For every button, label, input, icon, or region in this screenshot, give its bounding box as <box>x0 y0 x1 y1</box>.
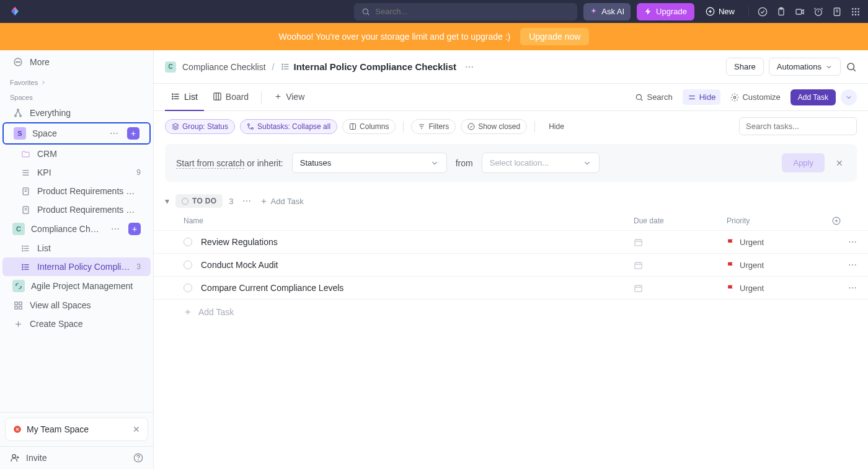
sidebar-compliance[interactable]: C Compliance Checklist ⋯ + <box>2 219 151 239</box>
group-chip[interactable]: Group: Status <box>165 119 235 134</box>
breadcrumb-parent[interactable]: Compliance Checklist <box>182 62 266 72</box>
filter-icon <box>418 123 425 130</box>
sparkle-icon <box>590 7 598 16</box>
tab-list[interactable]: List <box>165 84 204 111</box>
task-status-circle[interactable] <box>184 238 192 246</box>
subtasks-chip[interactable]: Subtasks: Collapse all <box>240 119 337 134</box>
add-task-button[interactable]: Add Task <box>790 89 836 105</box>
svg-point-49 <box>22 250 22 251</box>
task-due-date[interactable] <box>634 284 727 293</box>
svg-point-30 <box>17 109 19 111</box>
add-view-button[interactable]: View <box>268 84 311 111</box>
document-icon[interactable] <box>832 7 842 17</box>
sidebar-item-prd2[interactable]: Product Requirements Doc <box>2 200 151 219</box>
filters-chip[interactable]: Filters <box>411 119 456 134</box>
help-icon[interactable] <box>133 453 143 463</box>
search-toggle[interactable]: Search <box>630 89 677 105</box>
task-menu[interactable]: ⋯ <box>832 237 857 247</box>
clipboard-icon[interactable] <box>776 7 786 17</box>
ask-ai-button[interactable]: Ask AI <box>583 3 631 20</box>
compliance-menu[interactable]: ⋯ <box>108 224 122 234</box>
inherit-type-select[interactable]: Statuses <box>292 153 447 173</box>
spaces-heading[interactable]: Spaces <box>0 89 153 104</box>
task-name[interactable]: Conduct Mock Audit <box>201 260 634 270</box>
sidebar-more[interactable]: More <box>2 53 151 71</box>
team-space-card[interactable]: My Team Space ✕ <box>5 418 148 441</box>
sidebar-view-all[interactable]: View all Spaces <box>2 296 151 315</box>
hide-chip[interactable]: Hide <box>542 120 570 133</box>
svg-rect-59 <box>19 306 21 308</box>
sidebar-list[interactable]: List <box>2 239 151 257</box>
sidebar-internal-policy[interactable]: Internal Policy Compli… 3 <box>2 257 151 276</box>
sidebar-everything[interactable]: Everything <box>2 104 151 122</box>
space-menu[interactable]: ⋯ <box>107 128 121 138</box>
search-icon-button[interactable] <box>846 61 857 73</box>
space-badge: S <box>14 127 26 140</box>
check-circle-icon[interactable] <box>758 7 768 17</box>
show-closed-chip[interactable]: Show closed <box>461 119 527 134</box>
task-menu[interactable]: ⋯ <box>832 260 857 270</box>
svg-point-81 <box>172 94 173 94</box>
sidebar-invite[interactable]: Invite <box>0 446 153 469</box>
apps-grid-icon[interactable] <box>851 7 861 17</box>
customize-button[interactable]: Customize <box>725 89 785 105</box>
task-priority[interactable]: Urgent <box>727 261 832 270</box>
add-task-dropdown[interactable] <box>841 89 857 105</box>
svg-point-95 <box>248 123 250 125</box>
col-name[interactable]: Name <box>184 217 634 225</box>
list-icon <box>171 92 180 101</box>
task-row[interactable]: Compare Current Compliance Levels Urgent… <box>154 277 868 300</box>
task-status-circle[interactable] <box>184 284 192 292</box>
search-tasks-input[interactable] <box>739 117 857 135</box>
app-logo[interactable] <box>7 4 22 19</box>
compliance-add-button[interactable]: + <box>128 223 141 235</box>
title-menu[interactable]: ⋯ <box>463 62 476 72</box>
inherit-location-select[interactable]: Select location... <box>482 153 600 173</box>
sidebar-create-space[interactable]: Create Space <box>2 315 151 333</box>
task-name[interactable]: Review Regulations <box>201 237 634 247</box>
global-search[interactable] <box>354 3 577 20</box>
close-icon[interactable]: ✕ <box>833 156 846 171</box>
sidebar-space[interactable]: S Space ⋯ + <box>4 123 149 143</box>
close-icon[interactable]: ✕ <box>133 424 140 434</box>
group-menu[interactable]: ⋯ <box>240 196 254 206</box>
new-button[interactable]: New <box>701 3 740 20</box>
sidebar-item-kpi[interactable]: KPI 9 <box>2 163 151 182</box>
sidebar-agile[interactable]: Agile Project Management <box>2 276 151 296</box>
task-menu[interactable]: ⋯ <box>832 283 857 293</box>
upgrade-now-button[interactable]: Upgrade now <box>520 28 589 45</box>
task-status-circle[interactable] <box>184 261 192 269</box>
task-row[interactable]: Conduct Mock Audit Urgent ⋯ <box>154 254 868 277</box>
task-due-date[interactable] <box>634 261 727 270</box>
task-priority[interactable]: Urgent <box>727 284 832 293</box>
columns-chip[interactable]: Columns <box>342 119 396 134</box>
task-row[interactable]: Review Regulations Urgent ⋯ <box>154 231 868 254</box>
group-add-task[interactable]: Add Task <box>260 197 304 206</box>
task-name[interactable]: Compare Current Compliance Levels <box>201 283 634 293</box>
col-priority[interactable]: Priority <box>727 217 832 225</box>
tab-board[interactable]: Board <box>206 84 255 111</box>
sidebar-item-crm[interactable]: CRM <box>2 145 151 163</box>
svg-point-19 <box>857 8 859 10</box>
status-pill[interactable]: TO DO <box>175 194 223 208</box>
task-priority[interactable]: Urgent <box>727 238 832 247</box>
share-button[interactable]: Share <box>726 58 764 76</box>
calendar-icon <box>634 284 643 293</box>
add-task-row[interactable]: Add Task <box>154 300 868 324</box>
svg-point-32 <box>20 115 22 117</box>
search-input[interactable] <box>375 7 570 16</box>
add-column-button[interactable] <box>832 217 857 225</box>
bolt-icon <box>644 7 652 16</box>
upgrade-button[interactable]: Upgrade <box>637 3 694 20</box>
automations-button[interactable]: Automations <box>769 58 841 76</box>
task-due-date[interactable] <box>634 238 727 247</box>
space-add-button[interactable]: + <box>127 127 140 140</box>
favorites-heading[interactable]: Favorites <box>0 74 153 89</box>
collapse-toggle[interactable]: ▾ <box>165 196 169 206</box>
apply-button[interactable]: Apply <box>782 153 825 172</box>
sidebar-item-prd1[interactable]: Product Requirements Doc <box>2 182 151 200</box>
alarm-icon[interactable] <box>813 7 823 17</box>
video-icon[interactable] <box>795 7 805 17</box>
col-due[interactable]: Due date <box>634 217 727 225</box>
hide-toggle[interactable]: Hide <box>683 89 721 105</box>
